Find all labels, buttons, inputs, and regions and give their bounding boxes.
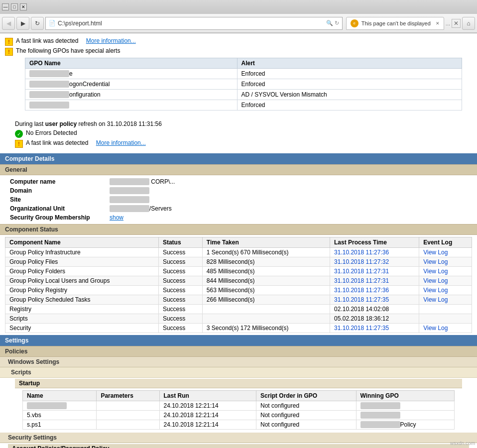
table-row: Group Policy Folders Success 485 Millise… [5, 267, 472, 276]
comp-time-cell [202, 305, 330, 314]
ou-row: Organizational Unit /Servers [0, 204, 477, 213]
tab-close-x[interactable]: ✕ [452, 19, 461, 28]
gpo-name-cell: ogonCredential [25, 79, 238, 90]
startup-table: Name Parameters Last Run Script Order in… [22, 390, 455, 430]
fast-link-text-2: A fast link was detected [26, 139, 88, 146]
refresh-button[interactable]: ↻ [31, 17, 44, 30]
comp-status-cell: Success [158, 267, 202, 276]
tab-error-label: This page can't be displayed [361, 20, 431, 26]
startup-header: Startup [15, 379, 462, 388]
blurred-gpo [360, 421, 400, 428]
startup-order-cell: Not configured [256, 411, 357, 420]
comp-name-cell: Group Policy Local Users and Groups [5, 276, 159, 286]
startup-order-cell: Not configured [256, 401, 357, 411]
comp-eventlog-cell [419, 305, 472, 314]
security-group-value[interactable]: show [110, 214, 123, 221]
comp-eventlog-cell[interactable]: View Log [419, 267, 472, 276]
windows-settings-header: Windows Settings [0, 357, 477, 367]
comp-eventlog-cell[interactable]: View Log [419, 324, 472, 333]
gpo-alert-header: Alert [237, 58, 462, 69]
table-row: Security Success 3 Second(s) 172 Millise… [5, 324, 472, 333]
comp-lastprocess-cell: 31.10.2018 11:27:35 [330, 295, 419, 305]
comp-name-cell: Group Policy Files [5, 257, 159, 267]
back-button[interactable]: ◀ [2, 17, 15, 30]
blurred-script-name [27, 402, 67, 409]
comp-eventlog-cell[interactable]: View Log [419, 286, 472, 295]
refresh-text-before: During last [15, 120, 45, 127]
startup-winninggpo-header: Winning GPO [356, 391, 454, 401]
comp-eventlog-cell[interactable]: View Log [419, 248, 472, 257]
comp-eventlog-header: Event Log [419, 237, 472, 248]
minimize-button[interactable]: — [2, 3, 9, 10]
comp-eventlog-cell[interactable]: View Log [419, 257, 472, 267]
comp-name-header: Component Name [5, 237, 159, 248]
comp-lastprocess-cell: 31.10.2018 11:27:31 [330, 267, 419, 276]
startup-lastrun-cell: 24.10.2018 12:21:14 [159, 411, 256, 420]
fast-link-link-2[interactable]: More information... [96, 139, 146, 146]
browser-chrome: — □ ✕ ◀ ▶ ↻ 📄 🔍 ↻ e This page can't be d… [0, 0, 477, 33]
fast-link-link[interactable]: More information... [86, 37, 136, 44]
comp-eventlog-cell[interactable]: View Log [419, 295, 472, 305]
maximize-button[interactable]: □ [11, 3, 18, 10]
security-settings-header: Security Settings [0, 433, 477, 443]
view-log-link[interactable]: View Log [423, 296, 448, 303]
blurred-name [29, 70, 69, 77]
address-icons: 🔍 ↻ [326, 20, 339, 26]
no-errors-text: No Errors Detected [26, 129, 77, 136]
account-policies-section: Account Policies/Password Policy Policy … [0, 443, 477, 448]
table-row: Group Policy Registry Success 563 Millis… [5, 286, 472, 295]
comp-time-cell: 485 Millisecond(s) [202, 267, 330, 276]
comp-status-cell: Success [158, 286, 202, 295]
startup-params-cell [97, 420, 159, 430]
startup-lastrun-header: Last Run [159, 391, 256, 401]
view-log-link[interactable]: View Log [423, 249, 448, 256]
blurred-gpo-2 [360, 402, 400, 409]
general-header: General [0, 164, 477, 175]
alert-section-top: ! A fast link was detected More informat… [0, 33, 477, 116]
view-log-link[interactable]: View Log [423, 258, 448, 265]
refresh-title: During last user policy refresh on 31.10… [15, 120, 472, 127]
table-row: Group Policy Local Users and Groups Succ… [5, 276, 472, 286]
startup-name-cell [23, 401, 97, 411]
gpo-table: GPO Name Alert e Enforced ogonCredential… [25, 58, 462, 111]
nav-bar: ◀ ▶ ↻ 📄 🔍 ↻ e This page can't be display… [0, 14, 477, 33]
ou-label: Organizational Unit [10, 205, 110, 212]
ok-icon: ✓ [15, 130, 23, 138]
comp-eventlog-cell[interactable]: View Log [419, 276, 472, 286]
gpo-alert-cell: Enforced [237, 69, 462, 79]
comp-name-cell: Group Policy Registry [5, 286, 159, 295]
forward-button[interactable]: ▶ [16, 17, 29, 30]
startup-gpo-cell [356, 411, 454, 420]
address-input[interactable] [58, 20, 324, 27]
table-row: 5.vbs 24.10.2018 12:21:14 Not configured [23, 411, 455, 420]
component-status-table: Component Name Status Time Taken Last Pr… [5, 237, 472, 333]
view-log-link[interactable]: View Log [423, 268, 448, 275]
close-button[interactable]: ✕ [20, 3, 27, 10]
startup-gpo-cell [356, 401, 454, 411]
blurred-domain [110, 187, 149, 194]
comp-eventlog-cell [419, 314, 472, 324]
startup-order-header: Script Order in GPO [256, 391, 357, 401]
gpo-special-alerts-row: ! The following GPOs have special alerts [5, 47, 472, 56]
home-button[interactable]: ⌂ [462, 17, 475, 30]
warning-icon-2: ! [5, 48, 13, 56]
view-log-link[interactable]: View Log [423, 277, 448, 284]
tab-close-icon[interactable]: ✕ [436, 21, 440, 26]
comp-name-cell: Registry [5, 305, 159, 314]
tab-ellipsis[interactable]: ... [446, 20, 450, 26]
startup-section: Startup Name Parameters Last Run Script … [0, 378, 477, 433]
startup-lastrun-cell: 24.10.2018 12:21:14 [159, 420, 256, 430]
domain-value [110, 187, 149, 194]
comp-status-header: Status [158, 237, 202, 248]
view-log-link[interactable]: View Log [423, 287, 448, 294]
tab-error[interactable]: e This page can't be displayed ✕ [346, 17, 444, 30]
view-log-link[interactable]: View Log [423, 325, 448, 332]
comp-time-cell: 563 Millisecond(s) [202, 286, 330, 295]
site-value [110, 196, 149, 203]
startup-order-cell: Not configured [256, 420, 357, 430]
comp-status-cell: Success [158, 257, 202, 267]
refresh-section: During last user policy refresh on 31.10… [0, 116, 477, 153]
blurred-computer-name [110, 178, 149, 185]
comp-time-cell: 266 Millisecond(s) [202, 295, 330, 305]
address-bar: 📄 🔍 ↻ [45, 17, 343, 30]
